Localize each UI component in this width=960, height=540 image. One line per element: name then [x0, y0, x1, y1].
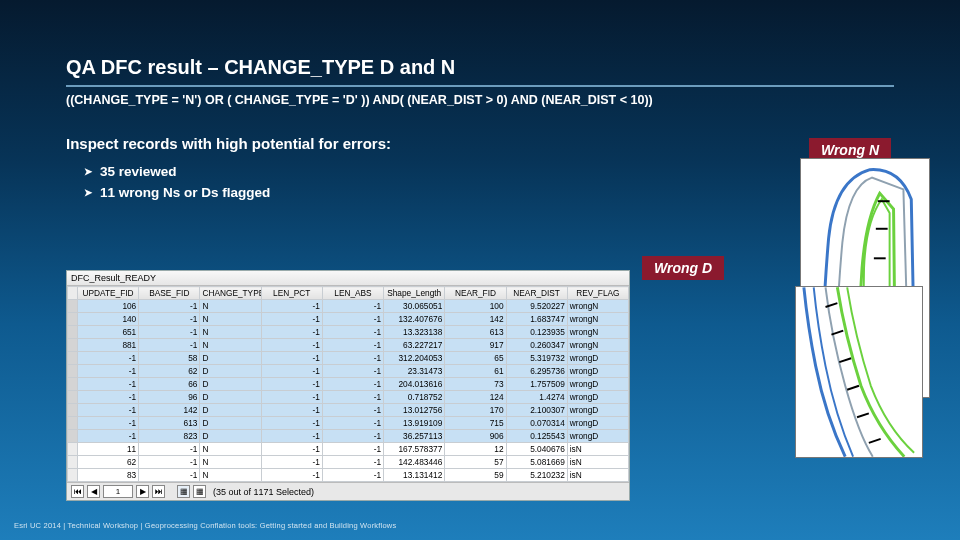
- table-cell: D: [200, 391, 261, 404]
- table-row[interactable]: 881-1N-1-163.2272179170.260347wrongN: [68, 339, 629, 352]
- show-all-button[interactable]: ▦: [177, 485, 190, 498]
- table-cell: D: [200, 417, 261, 430]
- table-cell: wrongD: [567, 378, 628, 391]
- table-cell: 0.260347: [506, 339, 567, 352]
- table-row[interactable]: 11-1N-1-1167.578377125.040676isN: [68, 443, 629, 456]
- table-cell: -1: [322, 456, 383, 469]
- col-header[interactable]: NEAR_DIST: [506, 287, 567, 300]
- table-cell: 36.257113: [384, 430, 445, 443]
- table-row[interactable]: 651-1N-1-113.3231386130.123935wrongN: [68, 326, 629, 339]
- table-cell: -1: [322, 365, 383, 378]
- table-cell: wrongD: [567, 352, 628, 365]
- table-cell: 613: [445, 326, 506, 339]
- subheading: Inspect records with high potential for …: [66, 135, 894, 152]
- table-row[interactable]: 62-1N-1-1142.483446575.081669isN: [68, 456, 629, 469]
- table-cell: -1: [322, 469, 383, 482]
- table-cell: 13.012756: [384, 404, 445, 417]
- table-cell: 83: [78, 469, 139, 482]
- table-cell: N: [200, 326, 261, 339]
- first-record-button[interactable]: ⏮: [71, 485, 84, 498]
- col-header[interactable]: CHANGE_TYPE: [200, 287, 261, 300]
- table-row[interactable]: 83-1N-1-113.131412595.210232isN: [68, 469, 629, 482]
- row-selector[interactable]: [68, 378, 78, 391]
- table-cell: 906: [445, 430, 506, 443]
- bullet-item: 11 wrong Ns or Ds flagged: [84, 185, 894, 200]
- table-cell: D: [200, 430, 261, 443]
- table-cell: 124: [445, 391, 506, 404]
- table-row[interactable]: -158D-1-1312.204053655.319732wrongD: [68, 352, 629, 365]
- table-cell: -1: [139, 456, 200, 469]
- attribute-table: DFC_Result_READY UPDATE_FID BASE_FID CHA…: [66, 270, 630, 501]
- table-cell: wrongD: [567, 365, 628, 378]
- table-row[interactable]: -1142D-1-113.0127561702.100307wrongD: [68, 404, 629, 417]
- table-cell: wrongD: [567, 391, 628, 404]
- table-cell: -1: [322, 352, 383, 365]
- col-header[interactable]: REV_FLAG: [567, 287, 628, 300]
- row-selector[interactable]: [68, 352, 78, 365]
- show-selected-button[interactable]: ▦: [193, 485, 206, 498]
- bullet-list: 35 reviewed 11 wrong Ns or Ds flagged: [66, 164, 894, 200]
- table-row[interactable]: -196D-1-10.7187521241.4274wrongD: [68, 391, 629, 404]
- col-header[interactable]: LEN_ABS: [322, 287, 383, 300]
- table-footer: ⏮ ◀ ▶ ⏭ ▦ ▦ (35 out of 1171 Selected): [67, 482, 629, 500]
- table-row[interactable]: -1823D-1-136.2571139060.125543wrongD: [68, 430, 629, 443]
- table-cell: 2.100307: [506, 404, 567, 417]
- next-record-button[interactable]: ▶: [136, 485, 149, 498]
- table-cell: -1: [78, 352, 139, 365]
- col-header[interactable]: NEAR_FID: [445, 287, 506, 300]
- prev-record-button[interactable]: ◀: [87, 485, 100, 498]
- svg-line-10: [847, 386, 859, 390]
- table-cell: -1: [261, 339, 322, 352]
- table-cell: 651: [78, 326, 139, 339]
- table-cell: 58: [139, 352, 200, 365]
- table-cell: -1: [322, 313, 383, 326]
- table-cell: 13.919109: [384, 417, 445, 430]
- table-cell: 917: [445, 339, 506, 352]
- table-cell: isN: [567, 443, 628, 456]
- table-row[interactable]: -162D-1-123.31473616.295736wrongD: [68, 365, 629, 378]
- table-cell: -1: [261, 391, 322, 404]
- table-cell: wrongN: [567, 339, 628, 352]
- table-cell: -1: [139, 300, 200, 313]
- table-cell: N: [200, 313, 261, 326]
- col-header[interactable]: LEN_PCT: [261, 287, 322, 300]
- row-selector[interactable]: [68, 404, 78, 417]
- table-row[interactable]: -1613D-1-113.9191097150.070314wrongD: [68, 417, 629, 430]
- col-header[interactable]: BASE_FID: [139, 287, 200, 300]
- table-cell: N: [200, 300, 261, 313]
- row-selector[interactable]: [68, 443, 78, 456]
- table-cell: -1: [78, 378, 139, 391]
- row-selector[interactable]: [68, 417, 78, 430]
- table-cell: 132.407676: [384, 313, 445, 326]
- table-cell: 1.4274: [506, 391, 567, 404]
- table-cell: -1: [261, 430, 322, 443]
- row-selector[interactable]: [68, 469, 78, 482]
- row-selector[interactable]: [68, 313, 78, 326]
- row-selector[interactable]: [68, 339, 78, 352]
- table-row[interactable]: 106-1N-1-130.0650511009.520227wrongN: [68, 300, 629, 313]
- row-selector[interactable]: [68, 456, 78, 469]
- table-row[interactable]: 140-1N-1-1132.4076761421.683747wrongN: [68, 313, 629, 326]
- table-cell: -1: [322, 404, 383, 417]
- row-selector[interactable]: [68, 300, 78, 313]
- row-selector[interactable]: [68, 326, 78, 339]
- table-row[interactable]: -166D-1-1204.013616731.757509wrongD: [68, 378, 629, 391]
- last-record-button[interactable]: ⏭: [152, 485, 165, 498]
- table-cell: N: [200, 443, 261, 456]
- col-header[interactable]: Shape_Length: [384, 287, 445, 300]
- row-selector[interactable]: [68, 430, 78, 443]
- record-number-input[interactable]: [103, 485, 133, 498]
- table-cell: -1: [261, 443, 322, 456]
- row-selector[interactable]: [68, 391, 78, 404]
- table-cell: 13.131412: [384, 469, 445, 482]
- table-cell: 13.323138: [384, 326, 445, 339]
- table-cell: wrongN: [567, 313, 628, 326]
- row-selector[interactable]: [68, 365, 78, 378]
- table-cell: 57: [445, 456, 506, 469]
- table-cell: wrongN: [567, 326, 628, 339]
- col-header[interactable]: UPDATE_FID: [78, 287, 139, 300]
- table-cell: -1: [78, 391, 139, 404]
- table-cell: -1: [322, 300, 383, 313]
- table-cell: 823: [139, 430, 200, 443]
- table-cell: 5.319732: [506, 352, 567, 365]
